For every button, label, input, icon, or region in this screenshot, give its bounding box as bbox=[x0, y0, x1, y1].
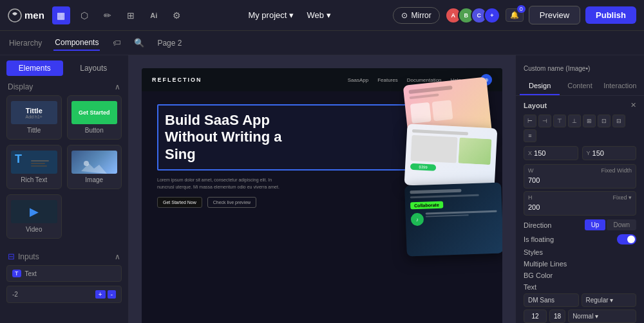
hero-title-line1: Build SaaS App bbox=[165, 112, 270, 128]
add-collaborator-button[interactable]: + bbox=[484, 7, 500, 24]
ai-button[interactable]: Ai bbox=[145, 6, 163, 24]
input-placeholder-label: Text bbox=[25, 270, 37, 277]
align-left-btn[interactable]: ⊢ bbox=[524, 115, 536, 127]
w-label: W bbox=[528, 167, 534, 174]
grid-view-button[interactable]: ▦ bbox=[52, 6, 70, 24]
layout-section: Layout ✕ ⊢ ⊣ ⊤ ⊥ ⊞ ⊡ ⊟ ≡ X 150 Y bbox=[516, 96, 644, 323]
toggle-thumb bbox=[627, 235, 635, 243]
canvas-live-preview-button[interactable]: Check live preview bbox=[207, 197, 256, 208]
display-chevron-icon[interactable]: ∧ bbox=[115, 82, 120, 91]
element-card-image[interactable]: Image bbox=[67, 145, 122, 189]
tab-hierarchy[interactable]: Hierarchy bbox=[8, 36, 43, 50]
tab-interaction[interactable]: Interaction bbox=[600, 77, 640, 95]
h-value: 200 bbox=[528, 203, 540, 211]
y-field[interactable]: Y 150 bbox=[582, 146, 637, 160]
pen-button[interactable]: ✏ bbox=[99, 6, 117, 24]
width-field[interactable]: W Fixed Width 700 bbox=[524, 164, 636, 189]
distribute-h-btn[interactable]: ⊟ bbox=[612, 115, 625, 127]
tittle-text: Tittle bbox=[26, 107, 43, 115]
logo[interactable]: men bbox=[8, 8, 44, 23]
layout-title: Layout bbox=[524, 102, 547, 109]
preview-button[interactable]: Preview bbox=[529, 6, 580, 24]
bg-color-row: BG Color bbox=[524, 272, 636, 279]
font-size-value-2[interactable]: 18 bbox=[549, 309, 565, 323]
tab-layouts[interactable]: Layouts bbox=[66, 60, 122, 76]
styles-row: Styles bbox=[524, 248, 636, 256]
inputs-chevron-icon[interactable]: ∧ bbox=[115, 252, 120, 261]
tab-design[interactable]: Design bbox=[520, 77, 560, 95]
tab-content[interactable]: Content bbox=[560, 77, 600, 95]
hero-title-line3: Sing bbox=[165, 146, 196, 162]
tab-elements[interactable]: Elements bbox=[6, 60, 63, 76]
x-field[interactable]: X 150 bbox=[524, 146, 578, 160]
align-top-btn[interactable]: ⊥ bbox=[568, 115, 581, 127]
mirror-button[interactable]: ⊙ Mirror bbox=[393, 7, 439, 24]
input-stepper[interactable]: + - bbox=[95, 290, 116, 299]
tittle-preview: Tittle Add h1+ bbox=[11, 101, 57, 124]
layout-button[interactable]: ⊞ bbox=[122, 6, 140, 24]
mirror-icon: ⊙ bbox=[401, 11, 408, 20]
inputs-section-header: ⊟ Inputs ∧ bbox=[0, 245, 128, 265]
distribute-v-btn[interactable]: ≡ bbox=[524, 129, 536, 142]
publish-button[interactable]: Publish bbox=[585, 6, 636, 24]
right-panel-header: Custom name (Image•) bbox=[516, 55, 644, 77]
right-panel: Custom name (Image•) Design Content Inte… bbox=[515, 55, 644, 323]
width-row: W Fixed Width 700 bbox=[524, 164, 636, 189]
settings-button[interactable]: ⚙ bbox=[168, 6, 186, 24]
button-label: Button bbox=[85, 127, 104, 134]
styles-label: Styles bbox=[524, 248, 543, 256]
nav-link-saasapp: SaasApp bbox=[348, 77, 368, 83]
custom-name-type: (Image•) bbox=[565, 65, 590, 72]
floating-toggle[interactable] bbox=[617, 234, 636, 245]
align-bottom-btn[interactable]: ⊡ bbox=[598, 115, 611, 127]
inputs-section-title: Inputs bbox=[18, 252, 39, 261]
canvas-area[interactable]: REFLECTION SaasApp Features Documentatio… bbox=[129, 55, 515, 323]
image-preview bbox=[71, 151, 118, 174]
line-height-select[interactable]: Normal ▾ bbox=[568, 309, 636, 323]
logo-icon bbox=[8, 8, 22, 23]
element-card-video[interactable]: ▶ Video bbox=[6, 194, 62, 239]
direction-up-button[interactable]: Up bbox=[585, 219, 606, 230]
font-family-row: DM Sans Regular ▾ bbox=[524, 293, 636, 307]
multiple-lines-label: Multiple Lines bbox=[524, 260, 567, 268]
notifications-button[interactable]: 🔔 0 bbox=[506, 8, 524, 22]
close-layout-icon[interactable]: ✕ bbox=[630, 101, 636, 109]
bg-color-label: BG Color bbox=[524, 272, 553, 279]
web-label: Web bbox=[307, 10, 324, 20]
w-hint: Fixed Width bbox=[601, 167, 632, 174]
element-card-button[interactable]: Get Started Button bbox=[67, 95, 122, 140]
topbar: men ▦ ⬡ ✏ ⊞ Ai ⚙ My project ▾ Web ▾ ⊙ Mi… bbox=[0, 0, 644, 31]
font-family-select[interactable]: DM Sans bbox=[524, 293, 579, 307]
hero-title-line2: Without Writing a bbox=[165, 129, 281, 145]
tittle-sublabel: Add h1+ bbox=[26, 115, 43, 119]
input-row-text: T Text bbox=[6, 265, 122, 282]
web-selector-button[interactable]: Web ▾ bbox=[301, 8, 336, 23]
topbar-center: My project ▾ Web ▾ bbox=[191, 8, 388, 23]
element-card-tittle[interactable]: Tittle Add h1+ Tittle bbox=[6, 95, 62, 140]
multiple-lines-row: Multiple Lines bbox=[524, 260, 636, 268]
direction-down-button[interactable]: Down bbox=[607, 219, 636, 230]
search-icon[interactable]: 🔍 bbox=[134, 38, 144, 48]
align-middle-btn[interactable]: ⊞ bbox=[583, 115, 596, 127]
font-size-field[interactable]: 12 bbox=[524, 309, 547, 323]
bookmark-icon[interactable]: 🏷 bbox=[113, 38, 121, 48]
tab-components[interactable]: Components bbox=[53, 35, 100, 51]
button-preview: Get Started bbox=[71, 101, 118, 124]
inputs-preview: T Text -2 + - bbox=[0, 265, 128, 307]
align-right-btn[interactable]: ⊤ bbox=[553, 115, 566, 127]
richtext-t-icon: T bbox=[15, 152, 22, 166]
h-hint[interactable]: Fixed ▾ bbox=[612, 194, 632, 201]
font-style: Regular ▾ bbox=[586, 297, 614, 304]
x-value: 150 bbox=[534, 149, 545, 157]
project-name-button[interactable]: My project ▾ bbox=[243, 8, 299, 23]
share-button[interactable]: ⬡ bbox=[75, 6, 93, 24]
element-card-richtext[interactable]: T Rich Text bbox=[6, 145, 62, 189]
canvas-get-started-button[interactable]: Get Started Now bbox=[157, 197, 202, 208]
input-type-badge: T bbox=[12, 270, 21, 277]
font-style-select[interactable]: Regular ▾ bbox=[582, 293, 637, 307]
right-tabs: Design Content Interaction bbox=[516, 77, 644, 96]
align-center-h-btn[interactable]: ⊣ bbox=[538, 115, 551, 127]
w-value: 700 bbox=[528, 176, 540, 184]
display-section-header: Display ∧ bbox=[0, 76, 128, 95]
height-field[interactable]: H Fixed ▾ 200 bbox=[524, 191, 636, 216]
